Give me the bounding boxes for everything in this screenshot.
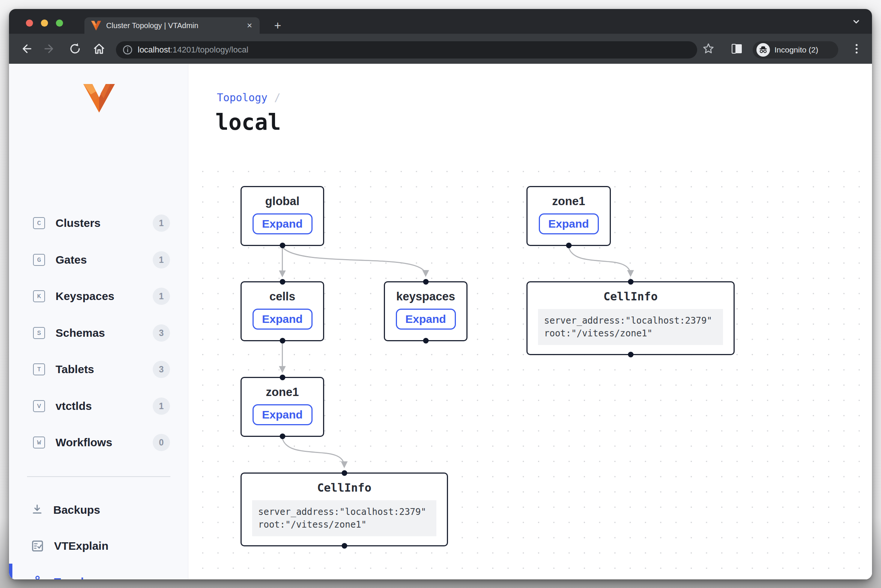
count-badge: 0	[153, 434, 170, 451]
sidebar-item-vtctlds[interactable]: V vtctlds 1	[9, 394, 188, 418]
incognito-badge[interactable]: Incognito (2)	[753, 41, 838, 58]
tablets-letter-icon: T	[33, 363, 45, 375]
node-cells: cells Expand	[241, 281, 324, 341]
vitess-logo	[83, 83, 116, 113]
download-icon	[31, 504, 44, 516]
home-icon[interactable]	[92, 42, 106, 56]
keyspaces-letter-icon: K	[33, 290, 45, 302]
node-global: global Expand	[241, 186, 324, 246]
connection-handle	[280, 375, 285, 380]
tab-close-icon[interactable]: ×	[245, 21, 254, 30]
site-info-icon[interactable]	[123, 45, 132, 55]
url-bar[interactable]: localhost:14201/topology/local	[116, 41, 697, 58]
connection-handle	[280, 434, 285, 439]
bookmark-star-icon[interactable]	[702, 42, 715, 56]
browser-window: Cluster Topology | VTAdmin × +	[9, 9, 872, 579]
window-zoom-button[interactable]	[56, 20, 63, 27]
sidebar-item-gates[interactable]: G Gates 1	[9, 248, 188, 272]
url-text: localhost:14201/topology/local	[138, 45, 248, 55]
connection-handle	[280, 338, 285, 344]
expand-button[interactable]: Expand	[253, 213, 313, 234]
reload-icon[interactable]	[68, 42, 82, 56]
connection-handle	[280, 243, 285, 248]
topology-page: Topology/ local global Expand	[188, 64, 872, 579]
sidebar-item-topology[interactable]: Topology	[9, 570, 188, 579]
node-cellinfo-bottom: CellInfo server_address:"localhost:2379"…	[241, 472, 448, 546]
sidebar-item-keyspaces[interactable]: K Keyspaces 1	[9, 285, 188, 308]
vitess-favicon-icon	[90, 20, 102, 31]
window-minimize-button[interactable]	[41, 20, 48, 27]
gates-letter-icon: G	[33, 254, 45, 266]
forward-icon[interactable]	[44, 42, 57, 56]
url-host: localhost	[138, 45, 170, 54]
expand-button[interactable]: Expand	[396, 309, 456, 330]
breadcrumb: Topology/	[217, 92, 281, 104]
connection-handle	[341, 543, 347, 549]
node-zone1-top: zone1 Expand	[526, 186, 611, 246]
sidebar-item-workflows[interactable]: W Workflows 0	[9, 431, 188, 454]
tab-title: Cluster Topology | VTAdmin	[106, 21, 241, 30]
schemas-letter-icon: S	[33, 327, 45, 339]
menu-dots-icon[interactable]	[850, 42, 863, 55]
connection-handle	[628, 279, 633, 285]
sidebar-item-tablets[interactable]: T Tablets 3	[9, 358, 188, 381]
org-chart-icon	[31, 575, 44, 579]
sidebar-item-clusters[interactable]: C Clusters 1	[9, 212, 188, 235]
node-keyspaces: keyspaces Expand	[384, 281, 468, 341]
expand-button[interactable]: Expand	[539, 213, 599, 234]
sidebar-item-backups[interactable]: Backups	[9, 498, 188, 522]
connection-handle	[628, 352, 633, 357]
clusters-letter-icon: C	[33, 217, 45, 229]
active-nav-indicator	[9, 564, 12, 579]
page-title: local	[215, 110, 281, 135]
side-panel-icon[interactable]	[730, 42, 744, 56]
new-tab-button[interactable]: +	[269, 17, 286, 34]
browser-tab[interactable]: Cluster Topology | VTAdmin ×	[84, 17, 260, 34]
incognito-label: Incognito (2)	[774, 45, 818, 54]
count-badge: 3	[153, 324, 170, 342]
expand-button[interactable]: Expand	[253, 309, 313, 330]
breadcrumb-separator: /	[274, 92, 281, 104]
connection-handle	[423, 338, 428, 344]
expand-button[interactable]: Expand	[253, 404, 313, 425]
tab-strip: Cluster Topology | VTAdmin × +	[9, 9, 872, 34]
count-badge: 1	[153, 214, 170, 232]
window-close-button[interactable]	[26, 20, 33, 27]
sidebar: C Clusters 1 G Gates 1 K Keyspaces 1 S S…	[9, 64, 188, 579]
connection-handle	[280, 279, 285, 285]
count-badge: 1	[153, 398, 170, 415]
back-icon[interactable]	[19, 42, 32, 56]
browser-toolbar: localhost:14201/topology/local Incognito…	[9, 34, 872, 64]
connection-handle	[341, 470, 347, 476]
node-zone1-lower: zone1 Expand	[241, 377, 324, 437]
url-path: :14201/topology/local	[170, 45, 248, 54]
sidebar-divider	[27, 476, 170, 477]
count-badge: 1	[153, 251, 170, 268]
cellinfo-code: server_address:"localhost:2379" root:"/v…	[252, 500, 436, 536]
count-badge: 3	[153, 361, 170, 378]
incognito-icon	[756, 43, 770, 57]
doc-check-icon	[31, 539, 44, 553]
count-badge: 1	[153, 288, 170, 305]
vtadmin-app: C Clusters 1 G Gates 1 K Keyspaces 1 S S…	[9, 64, 872, 579]
node-cellinfo-right: CellInfo server_address:"localhost:2379"…	[526, 281, 735, 355]
sidebar-item-schemas[interactable]: S Schemas 3	[9, 321, 188, 345]
sidebar-item-vtexplain[interactable]: VTExplain	[9, 534, 188, 558]
vtctlds-letter-icon: V	[33, 400, 45, 412]
connection-handle	[566, 243, 571, 248]
cellinfo-code: server_address:"localhost:2379" root:"/v…	[538, 309, 723, 345]
chevron-down-icon[interactable]	[851, 16, 861, 28]
workflows-letter-icon: W	[33, 436, 45, 448]
connection-handle	[423, 279, 428, 285]
breadcrumb-topology-link[interactable]: Topology	[217, 92, 268, 104]
